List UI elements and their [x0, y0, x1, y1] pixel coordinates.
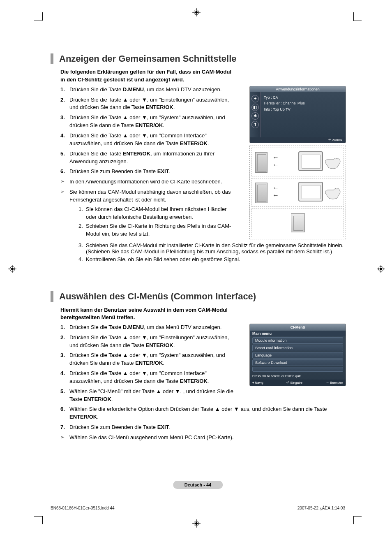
substep-item: 1.Sie können das CI-CAM-Modul bei Ihrem …	[78, 206, 235, 221]
ci-nav-label: ♦ Navig	[252, 381, 263, 384]
note-arrow-icon: ➢	[60, 434, 69, 442]
ci-menu-hint: Press OK to select, or Exit to quit	[250, 373, 346, 380]
note-arrow-icon: ➢	[60, 178, 69, 186]
section-intro: Die folgenden Erklärungen gelten für den…	[60, 68, 235, 83]
note: ➢ Wählen Sie das CI-Menü ausgehend vom M…	[60, 434, 344, 442]
substep-item: 4.Kontrollieren Sie, ob Sie ein Bild seh…	[78, 256, 344, 262]
note: ➢ Sie können das CAM-Modul unabhängig da…	[60, 188, 235, 240]
tv-icon	[298, 151, 323, 171]
picture-icon: ◧	[251, 104, 259, 111]
step-item: 5.Wählen Sie "CI-Menü" mit der Taste ▲ o…	[60, 388, 235, 403]
substep-item: 3.Schieben Sie das CAM-Modul mit install…	[78, 242, 344, 255]
ci-slot-icon	[255, 152, 267, 173]
return-icon: ↶	[328, 138, 332, 142]
ci-enter-label: ⏎ Eingabe	[286, 381, 302, 384]
ci-exit-label: → Beenden	[326, 381, 343, 384]
note-arrow-icon: ➢	[60, 188, 69, 240]
step-item: 3.Drücken Sie die Taste ▲ oder ▼, um "Sy…	[60, 352, 235, 367]
step-item: 6.Wählen Sie die erforderliche Option du…	[60, 405, 344, 421]
page-number-pill: Deutsch - 44	[173, 481, 223, 489]
ci-menu-title: CI-Menü	[250, 324, 346, 331]
globe-icon: ✦	[251, 95, 259, 102]
osd-line: Info : Top Up TV	[264, 107, 342, 112]
osd-sidebar: ✦ ◧ ✱ ⬆	[250, 92, 261, 137]
ci-menu-item: Software Download	[252, 359, 343, 366]
ci-menu-item: Module information	[252, 337, 343, 344]
tv-icon	[298, 182, 323, 201]
input-icon: ⬆	[251, 121, 259, 128]
print-filename: BN68-01186H-01Ger-0515.indd 44	[51, 506, 115, 510]
step-item: 1.Drücken Sie die Taste D.MENU, um das M…	[60, 86, 235, 94]
ci-menu-item	[252, 367, 343, 372]
hand-icon	[325, 155, 341, 169]
step-item: 2.Drücken Sie die Taste ▲ oder ▼, um "Ei…	[60, 96, 235, 112]
section-title: Anzeigen der Gemeinsamen Schnittstelle	[51, 53, 237, 64]
registration-mark-icon	[8, 265, 16, 273]
ci-card-icon	[291, 213, 305, 232]
step-item: 3.Drücken Sie die Taste ▲ oder ▼, um "Sy…	[60, 114, 235, 130]
ci-menu-item: Language	[252, 352, 343, 359]
svg-point-15	[195, 522, 198, 525]
section-ci-menu: Auswählen des CI-Menüs (Common Interface…	[51, 291, 345, 442]
osd-line: Typ : CA	[264, 95, 342, 100]
ci-menu-main: Main menu	[250, 331, 346, 336]
step-item: 4.Drücken Sie die Taste ▲ oder ▼, um "Co…	[60, 370, 235, 385]
osd-app-info: Anwendungsinformationen ✦ ◧ ✱ ⬆ Typ : CA…	[249, 86, 346, 143]
ci-slot-icon	[255, 183, 267, 203]
print-timestamp: 2007-05-22 ¿ÀÈÄ 1:14:03	[297, 506, 345, 510]
registration-mark-icon	[192, 8, 201, 16]
step-item: 2.Drücken Sie die Taste ▲ oder ▼, um "Ei…	[60, 334, 235, 350]
substep-item: 2.Schieben Sie die CI-Karte in Richtung …	[78, 222, 235, 238]
hand-icon	[325, 186, 341, 200]
ci-insertion-diagram: ←← ←←	[249, 146, 346, 239]
note: ➢ In den Anwendungsinformationen wird di…	[60, 178, 235, 186]
osd-header: Anwendungsinformationen	[250, 86, 346, 92]
svg-point-7	[11, 268, 14, 270]
section-common-interface: Anzeigen der Gemeinsamen Schnittstelle D…	[51, 53, 345, 262]
osd-ci-menu: CI-Menü Main menu Module informationSmar…	[249, 324, 346, 386]
step-item: 4.Drücken Sie die Taste ▲ oder ▼, um "Co…	[60, 132, 235, 148]
arrow-left-icon: ←←	[272, 184, 279, 199]
step-item: 1.Drücken Sie die Taste D.MENU, um das M…	[60, 324, 235, 331]
step-item: 7.Drücken Sie zum Beenden die Taste EXIT…	[60, 424, 344, 431]
gear-icon: ✱	[251, 112, 259, 120]
svg-point-3	[195, 11, 198, 14]
osd-line: Hersteller : Channel Plus	[264, 100, 342, 106]
print-footer: BN68-01186H-01Ger-0515.indd 44 2007-05-2…	[51, 506, 345, 510]
step-item: 6.Drücken Sie zum Beenden die Taste EXIT…	[60, 168, 235, 176]
arrow-left-icon: ←←	[272, 154, 279, 169]
svg-point-11	[380, 268, 382, 270]
registration-mark-icon	[377, 265, 385, 273]
ci-menu-item: Smart card information	[252, 345, 343, 351]
step-item: 5.Drücken Sie die Taste ENTER/OK, um Inf…	[60, 150, 235, 166]
registration-mark-icon	[192, 519, 201, 528]
section-intro: Hiermit kann der Benutzer seine Auswahl …	[60, 306, 235, 321]
section-title: Auswählen des CI-Menüs (Common Interface…	[51, 291, 256, 302]
